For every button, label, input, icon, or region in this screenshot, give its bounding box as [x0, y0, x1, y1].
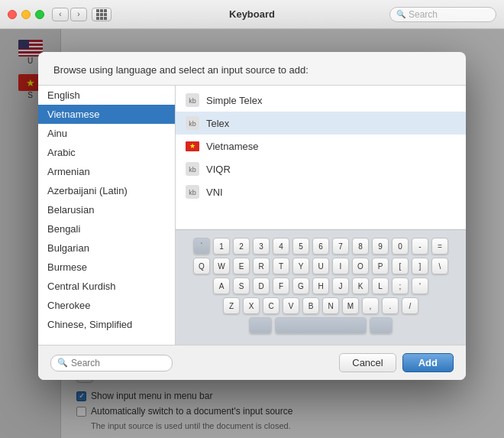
key-r: R: [253, 258, 270, 274]
lang-item-ainu[interactable]: Ainu: [38, 124, 175, 143]
key-a: A: [213, 277, 230, 294]
lang-item-burmese[interactable]: Burmese: [38, 258, 175, 277]
source-label-simple-telex: Simple Telex: [206, 95, 262, 106]
key-o: O: [352, 258, 369, 274]
traffic-lights: [8, 10, 44, 19]
key-9: 9: [372, 238, 389, 255]
key-q: Q: [193, 258, 210, 274]
source-vni[interactable]: kb VNI: [176, 180, 466, 203]
source-viqr[interactable]: kb VIQR: [176, 157, 466, 180]
cancel-button[interactable]: Cancel: [339, 353, 396, 372]
language-list[interactable]: English Vietnamese Ainu Arabic Armenian …: [38, 86, 176, 345]
input-source-list[interactable]: kb Simple Telex kb: [176, 86, 466, 229]
key-g: G: [292, 277, 309, 294]
source-simple-telex[interactable]: kb Simple Telex: [176, 89, 466, 112]
lang-item-arabic[interactable]: Arabic: [38, 143, 175, 162]
key-z: Z: [223, 297, 240, 314]
input-source-panel: kb Simple Telex kb: [176, 86, 466, 345]
search-wrap[interactable]: 🔍: [50, 355, 173, 371]
minimize-button[interactable]: [21, 10, 31, 19]
dialog-body: English Vietnamese Ainu Arabic Armenian …: [38, 85, 466, 345]
source-vietnamese[interactable]: ★ Vietnamese: [176, 135, 466, 157]
key-k: K: [352, 277, 369, 294]
titlebar-search[interactable]: 🔍 Search: [389, 7, 496, 22]
lang-item-belarusian[interactable]: Belarusian: [38, 200, 175, 219]
key-space: [275, 317, 367, 334]
search-input[interactable]: [71, 358, 166, 368]
lang-item-central-kurdish[interactable]: Central Kurdish: [38, 277, 175, 296]
search-icon: 🔍: [396, 10, 405, 18]
key-d: D: [253, 277, 270, 294]
key-h: H: [312, 277, 329, 294]
grid-button[interactable]: [92, 8, 111, 21]
keyboard-preview: ` 1 2 3 4 5 6 7 8 9 0 - =: [176, 229, 466, 345]
key-x: X: [243, 297, 260, 314]
key-slash: /: [402, 297, 418, 314]
key-6: 6: [312, 238, 329, 255]
lang-item-bengali[interactable]: Bengali: [38, 219, 175, 238]
key-w: W: [213, 258, 230, 274]
key-e: E: [233, 258, 250, 274]
key-period: .: [382, 297, 399, 314]
key-backslash: \: [431, 258, 448, 274]
dialog-header: Browse using language and select an inpu…: [38, 52, 466, 85]
source-icon-simple-telex: kb: [185, 92, 200, 108]
source-telex[interactable]: kb Telex: [176, 112, 466, 135]
key-b: B: [302, 297, 319, 314]
key-i: I: [332, 258, 349, 274]
key-j: J: [332, 277, 349, 294]
add-button[interactable]: Add: [402, 353, 454, 372]
back-button[interactable]: ‹: [52, 8, 69, 21]
key-rbracket: ]: [412, 258, 428, 274]
key-m: M: [342, 297, 359, 314]
key-8: 8: [352, 238, 369, 255]
key-lbracket: [: [392, 258, 409, 274]
svg-text:kb: kb: [189, 97, 196, 105]
source-icon-vni: kb: [185, 184, 200, 200]
key-u: U: [312, 258, 329, 274]
key-1: 1: [213, 238, 230, 255]
source-label-vni: VNI: [206, 187, 223, 198]
lang-item-azerbaijani[interactable]: Azerbaijani (Latin): [38, 181, 175, 200]
source-label-telex: Telex: [206, 118, 229, 129]
source-label-viqr: VIQR: [206, 164, 231, 175]
source-icon-vietnamese: ★: [185, 138, 200, 154]
lang-item-vietnamese[interactable]: Vietnamese: [38, 105, 175, 124]
key-0: 0: [392, 238, 409, 255]
key-5: 5: [292, 238, 309, 255]
svg-text:kb: kb: [189, 120, 196, 128]
key-y: Y: [292, 258, 309, 274]
lang-item-armenian[interactable]: Armenian: [38, 162, 175, 181]
source-icon-telex: kb: [185, 115, 200, 131]
lang-item-english[interactable]: English: [38, 86, 175, 105]
window-title: Keyboard: [229, 8, 275, 20]
key-c: C: [263, 297, 279, 314]
key-2: 2: [233, 238, 250, 255]
forward-button[interactable]: ›: [70, 8, 87, 21]
lang-item-bulgarian[interactable]: Bulgarian: [38, 238, 175, 258]
dialog-footer: 🔍 Cancel Add: [38, 345, 466, 380]
titlebar: ‹ › Keyboard 🔍 Search: [0, 0, 504, 29]
dialog-overlay: Browse using language and select an inpu…: [0, 29, 504, 438]
key-l: L: [372, 277, 389, 294]
svg-text:kb: kb: [189, 166, 196, 174]
key-right: [370, 317, 393, 334]
key-backtick: `: [193, 238, 210, 255]
lang-item-chinese-simplified[interactable]: Chinese, Simplified: [38, 315, 175, 334]
key-equals: =: [431, 238, 448, 255]
key-t: T: [273, 258, 289, 274]
zoom-button[interactable]: [35, 10, 44, 19]
key-f: F: [273, 277, 289, 294]
lang-item-cherokee[interactable]: Cherokee: [38, 296, 175, 315]
key-comma: ,: [362, 297, 379, 314]
key-s: S: [233, 277, 250, 294]
nav-buttons: ‹ ›: [52, 8, 87, 21]
close-button[interactable]: [8, 10, 17, 19]
grid-icon: [96, 9, 107, 20]
key-fn: [249, 317, 272, 334]
key-v: V: [283, 297, 299, 314]
dialog-instruction: Browse using language and select an inpu…: [53, 64, 309, 76]
key-3: 3: [253, 238, 270, 255]
titlebar-search-placeholder: Search: [409, 9, 438, 20]
key-quote: ': [412, 277, 428, 294]
